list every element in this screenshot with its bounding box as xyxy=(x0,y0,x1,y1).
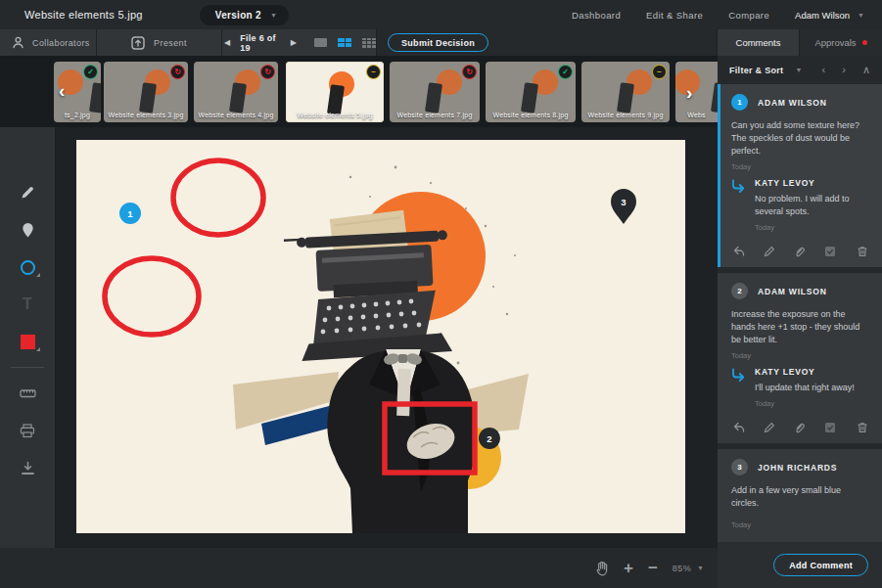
artboard[interactable]: 1 2 3 xyxy=(76,140,685,533)
attachment-icon[interactable] xyxy=(794,422,806,433)
circle-icon xyxy=(21,260,35,275)
present-button[interactable]: Present xyxy=(97,29,222,56)
reply-branch-icon xyxy=(731,179,746,194)
grid-view-icon[interactable] xyxy=(362,38,376,48)
file-title: Website elements 5.jpg xyxy=(24,9,143,21)
thumbnail-label: Website elements 7.jpg xyxy=(390,112,480,118)
comment-actions xyxy=(731,241,870,261)
canvas-area[interactable]: 1 2 3 xyxy=(56,127,718,548)
zoom-out-button[interactable]: − xyxy=(648,559,658,578)
previous-comment-icon[interactable]: ‹ xyxy=(822,64,826,76)
resolve-checkbox-icon[interactable] xyxy=(824,246,836,257)
marker-1[interactable]: 1 xyxy=(119,203,141,224)
chevron-down-icon: ▼ xyxy=(795,67,802,73)
present-label: Present xyxy=(154,38,187,48)
next-comment-icon[interactable]: › xyxy=(842,64,846,76)
thumbnail-file-4[interactable]: ↻ Website elements 4.jpg xyxy=(194,62,278,122)
comment-reply: KATY LEVOY No problem. I will add to sev… xyxy=(731,178,870,239)
pencil-icon xyxy=(20,185,35,201)
svg-text:2: 2 xyxy=(487,433,491,444)
filter-sort-row: Filter & Sort ▼ ‹ › ∧ xyxy=(718,56,882,84)
comment-card-3[interactable]: 3 JOHN RICHARDS Add in a few very small … xyxy=(718,449,882,541)
resolve-checkbox-icon[interactable] xyxy=(824,422,836,433)
person-icon xyxy=(12,36,24,49)
approved-badge-icon: ✓ xyxy=(83,65,98,79)
scroll-left-icon[interactable]: ‹ xyxy=(59,81,65,100)
tab-comments[interactable]: Comments xyxy=(718,29,800,56)
version-selector[interactable]: Version 2 ▼ xyxy=(200,5,289,25)
collapse-panel-icon[interactable]: ∧ xyxy=(862,64,870,76)
marker-3[interactable]: 3 xyxy=(611,189,636,224)
present-icon xyxy=(131,36,145,50)
comment-text: Increase the exposure on the hands here … xyxy=(731,308,870,346)
zoom-level-selector[interactable]: 85% ▼ xyxy=(673,564,704,573)
comment-number-badge: 2 xyxy=(731,283,748,299)
nav-compare[interactable]: Compare xyxy=(728,10,769,21)
chevron-down-icon: ▼ xyxy=(270,12,277,19)
tab-approvals[interactable]: Approvals xyxy=(800,29,882,56)
comment-actions xyxy=(731,417,870,437)
nav-edit-share[interactable]: Edit & Share xyxy=(646,10,703,21)
artwork: 1 2 3 xyxy=(76,140,685,533)
add-comment-button[interactable]: Add Comment xyxy=(773,554,868,576)
measure-tool-button[interactable] xyxy=(0,375,56,412)
comment-text: Can you add some texture here? The speck… xyxy=(731,119,870,158)
comment-navigation: ‹ › ∧ xyxy=(822,64,870,76)
comment-author: JOHN RICHARDS xyxy=(758,463,837,473)
collaborators-label: Collaborators xyxy=(32,38,90,48)
user-name: Adam Wilson xyxy=(795,10,850,21)
pan-tool-button[interactable] xyxy=(594,561,609,576)
zoom-in-button[interactable]: + xyxy=(624,559,633,578)
single-view-icon[interactable] xyxy=(314,38,327,47)
thumbnail-label: Website elements 9.jpg xyxy=(581,112,670,118)
attachment-icon[interactable] xyxy=(794,246,806,257)
delete-icon[interactable] xyxy=(857,246,868,257)
nav-dashboard[interactable]: Dashboard xyxy=(572,10,621,21)
chevron-down-icon: ▼ xyxy=(697,565,704,571)
thumbnail-file-7[interactable]: ↻ Website elements 7.jpg xyxy=(390,62,480,122)
next-file-button[interactable]: ▶ xyxy=(289,38,299,47)
comment-time: Today xyxy=(731,520,870,529)
scroll-right-icon[interactable]: › xyxy=(686,83,692,102)
delete-icon[interactable] xyxy=(857,422,868,433)
filmstrip-view-icon[interactable] xyxy=(338,38,351,47)
comment-reply: KATY LEVOY I'll update that right away! … xyxy=(731,367,870,415)
ellipse-tool-button[interactable] xyxy=(0,249,56,286)
thumbnail-file-9[interactable]: − Website elements 9.jpg xyxy=(581,62,670,122)
text-tool-button[interactable]: T xyxy=(0,286,56,323)
divider xyxy=(11,367,44,368)
marker-2[interactable]: 2 xyxy=(479,428,500,449)
download-button[interactable] xyxy=(0,449,56,486)
edit-icon[interactable] xyxy=(764,246,775,257)
ruler-icon xyxy=(20,387,36,399)
user-menu[interactable]: Adam Wilson ▼ xyxy=(795,10,864,21)
print-button[interactable] xyxy=(0,412,56,449)
comment-card-1[interactable]: 1 ADAM WILSON Can you add some texture h… xyxy=(718,84,882,267)
color-swatch-button[interactable] xyxy=(0,323,56,360)
bottom-bar: + − 85% ▼ xyxy=(0,548,718,588)
thumbnail-file-8[interactable]: ✓ Website elements 8.jpg xyxy=(486,62,576,122)
thumbnail-label: Webs xyxy=(675,112,718,118)
thumbnail-label: Website elements 4.jpg xyxy=(194,112,278,118)
pin-tool-button[interactable] xyxy=(0,211,56,249)
reply-icon[interactable] xyxy=(733,246,745,257)
reply-branch-icon xyxy=(731,368,746,383)
thumbnail-file-3[interactable]: ↻ Website elements 3.jpg xyxy=(104,62,188,122)
reply-icon[interactable] xyxy=(733,422,745,433)
pending-badge-icon: − xyxy=(652,65,667,79)
edit-icon[interactable] xyxy=(764,422,775,433)
collaborators-button[interactable]: Collaborators xyxy=(0,29,97,56)
file-position: File 6 of 19 xyxy=(240,33,281,53)
thumbnail-file-5-selected[interactable]: − Website elements 5.jpg xyxy=(286,62,384,122)
chevron-down-icon: ▼ xyxy=(858,12,864,19)
reply-author: KATY LEVOY xyxy=(755,367,855,377)
filmstrip: ✓ ts_2.jpg ↻ Website elements 3.jpg ↻ We… xyxy=(0,56,718,127)
notification-dot xyxy=(862,40,867,45)
pending-badge-icon: − xyxy=(366,65,381,79)
previous-file-button[interactable]: ◀ xyxy=(222,38,232,47)
draw-tool-button[interactable] xyxy=(0,174,56,211)
thumbnail-file-next[interactable]: Webs xyxy=(675,62,718,122)
comment-card-2[interactable]: 2 ADAM WILSON Increase the exposure on t… xyxy=(718,273,882,443)
filter-sort-button[interactable]: Filter & Sort xyxy=(729,66,783,75)
submit-decision-button[interactable]: Submit Decision xyxy=(388,33,488,52)
